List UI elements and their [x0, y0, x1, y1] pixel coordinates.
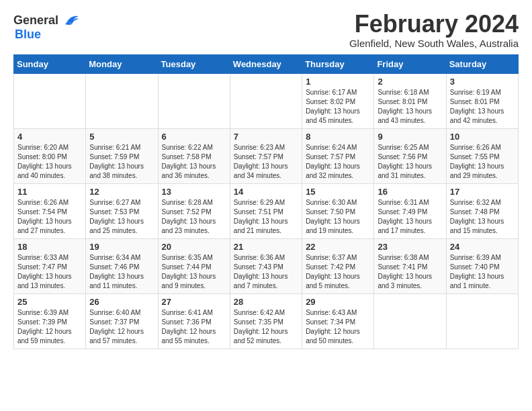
day-info: Sunrise: 6:42 AM Sunset: 7:35 PM Dayligh…	[234, 308, 298, 346]
day-number: 11	[17, 187, 82, 197]
calendar-header-friday: Friday	[374, 54, 446, 73]
day-number: 25	[17, 297, 82, 307]
day-number: 18	[17, 242, 82, 252]
calendar-cell: 23Sunrise: 6:38 AM Sunset: 7:41 PM Dayli…	[374, 238, 446, 293]
day-info: Sunrise: 6:31 AM Sunset: 7:49 PM Dayligh…	[378, 198, 442, 236]
day-number: 28	[234, 297, 298, 307]
calendar-week-row: 18Sunrise: 6:33 AM Sunset: 7:47 PM Dayli…	[14, 238, 519, 293]
day-info: Sunrise: 6:28 AM Sunset: 7:52 PM Dayligh…	[162, 198, 226, 236]
calendar-cell: 8Sunrise: 6:24 AM Sunset: 7:57 PM Daylig…	[302, 128, 374, 183]
calendar-week-row: 4Sunrise: 6:20 AM Sunset: 8:00 PM Daylig…	[14, 128, 519, 183]
calendar-cell: 16Sunrise: 6:31 AM Sunset: 7:49 PM Dayli…	[374, 183, 446, 238]
calendar-cell: 7Sunrise: 6:23 AM Sunset: 7:57 PM Daylig…	[230, 128, 302, 183]
header: General Blue February 2024 Glenfield, Ne…	[13, 11, 519, 49]
day-number: 7	[234, 132, 298, 142]
calendar-cell	[158, 73, 230, 128]
logo-blue-text: Blue	[13, 28, 41, 40]
day-number: 23	[378, 242, 442, 252]
calendar-week-row: 1Sunrise: 6:17 AM Sunset: 8:02 PM Daylig…	[14, 73, 519, 128]
calendar-cell: 13Sunrise: 6:28 AM Sunset: 7:52 PM Dayli…	[158, 183, 230, 238]
day-info: Sunrise: 6:41 AM Sunset: 7:36 PM Dayligh…	[162, 308, 226, 346]
day-info: Sunrise: 6:40 AM Sunset: 7:37 PM Dayligh…	[89, 308, 154, 346]
day-number: 20	[162, 242, 226, 252]
day-number: 16	[378, 187, 442, 197]
calendar-header-sunday: Sunday	[14, 54, 86, 73]
day-number: 3	[450, 77, 515, 87]
calendar-cell: 4Sunrise: 6:20 AM Sunset: 8:00 PM Daylig…	[14, 128, 86, 183]
day-info: Sunrise: 6:20 AM Sunset: 8:00 PM Dayligh…	[17, 143, 82, 181]
calendar-cell: 19Sunrise: 6:34 AM Sunset: 7:46 PM Dayli…	[86, 238, 158, 293]
day-number: 8	[306, 132, 370, 142]
day-info: Sunrise: 6:33 AM Sunset: 7:47 PM Dayligh…	[17, 253, 82, 291]
day-info: Sunrise: 6:43 AM Sunset: 7:34 PM Dayligh…	[306, 308, 370, 346]
logo-bird-icon	[61, 11, 80, 30]
day-info: Sunrise: 6:36 AM Sunset: 7:43 PM Dayligh…	[234, 253, 298, 291]
calendar-cell: 28Sunrise: 6:42 AM Sunset: 7:35 PM Dayli…	[230, 293, 302, 349]
calendar-cell: 9Sunrise: 6:25 AM Sunset: 7:56 PM Daylig…	[374, 128, 446, 183]
day-info: Sunrise: 6:35 AM Sunset: 7:44 PM Dayligh…	[162, 253, 226, 291]
calendar-cell	[86, 73, 158, 128]
title-block: February 2024 Glenfield, New South Wales…	[349, 11, 519, 49]
day-number: 29	[306, 297, 370, 307]
day-info: Sunrise: 6:26 AM Sunset: 7:55 PM Dayligh…	[450, 143, 515, 181]
calendar-cell: 15Sunrise: 6:30 AM Sunset: 7:50 PM Dayli…	[302, 183, 374, 238]
calendar-cell: 11Sunrise: 6:26 AM Sunset: 7:54 PM Dayli…	[14, 183, 86, 238]
calendar-cell: 27Sunrise: 6:41 AM Sunset: 7:36 PM Dayli…	[158, 293, 230, 349]
day-number: 15	[306, 187, 370, 197]
calendar-cell: 14Sunrise: 6:29 AM Sunset: 7:51 PM Dayli…	[230, 183, 302, 238]
calendar-cell	[230, 73, 302, 128]
calendar-cell	[14, 73, 86, 128]
day-info: Sunrise: 6:25 AM Sunset: 7:56 PM Dayligh…	[378, 143, 442, 181]
day-number: 26	[89, 297, 154, 307]
logo: General Blue	[13, 11, 80, 40]
day-info: Sunrise: 6:32 AM Sunset: 7:48 PM Dayligh…	[450, 198, 515, 236]
day-number: 13	[162, 187, 226, 197]
calendar-cell	[446, 293, 518, 349]
day-number: 9	[378, 132, 442, 142]
day-number: 24	[450, 242, 515, 252]
day-number: 14	[234, 187, 298, 197]
day-number: 22	[306, 242, 370, 252]
day-info: Sunrise: 6:17 AM Sunset: 8:02 PM Dayligh…	[306, 88, 370, 126]
day-info: Sunrise: 6:39 AM Sunset: 7:39 PM Dayligh…	[17, 308, 82, 346]
calendar-week-row: 11Sunrise: 6:26 AM Sunset: 7:54 PM Dayli…	[14, 183, 519, 238]
day-info: Sunrise: 6:26 AM Sunset: 7:54 PM Dayligh…	[17, 198, 82, 236]
calendar-header-wednesday: Wednesday	[230, 54, 302, 73]
day-info: Sunrise: 6:23 AM Sunset: 7:57 PM Dayligh…	[234, 143, 298, 181]
calendar-cell: 2Sunrise: 6:18 AM Sunset: 8:01 PM Daylig…	[374, 73, 446, 128]
day-number: 12	[89, 187, 154, 197]
calendar-cell	[374, 293, 446, 349]
day-info: Sunrise: 6:39 AM Sunset: 7:40 PM Dayligh…	[450, 253, 515, 291]
calendar-cell: 17Sunrise: 6:32 AM Sunset: 7:48 PM Dayli…	[446, 183, 518, 238]
calendar-header-monday: Monday	[86, 54, 158, 73]
day-number: 19	[89, 242, 154, 252]
calendar-cell: 25Sunrise: 6:39 AM Sunset: 7:39 PM Dayli…	[14, 293, 86, 349]
day-number: 4	[17, 132, 82, 142]
day-info: Sunrise: 6:27 AM Sunset: 7:53 PM Dayligh…	[89, 198, 154, 236]
day-info: Sunrise: 6:29 AM Sunset: 7:51 PM Dayligh…	[234, 198, 298, 236]
day-info: Sunrise: 6:24 AM Sunset: 7:57 PM Dayligh…	[306, 143, 370, 181]
page-subtitle: Glenfield, New South Wales, Australia	[349, 38, 519, 49]
day-info: Sunrise: 6:22 AM Sunset: 7:58 PM Dayligh…	[162, 143, 226, 181]
calendar-cell: 22Sunrise: 6:37 AM Sunset: 7:42 PM Dayli…	[302, 238, 374, 293]
calendar-week-row: 25Sunrise: 6:39 AM Sunset: 7:39 PM Dayli…	[14, 293, 519, 349]
calendar-header-row: SundayMondayTuesdayWednesdayThursdayFrid…	[14, 54, 519, 73]
day-info: Sunrise: 6:19 AM Sunset: 8:01 PM Dayligh…	[450, 88, 515, 126]
calendar-header-saturday: Saturday	[446, 54, 518, 73]
day-info: Sunrise: 6:21 AM Sunset: 7:59 PM Dayligh…	[89, 143, 154, 181]
calendar-cell: 3Sunrise: 6:19 AM Sunset: 8:01 PM Daylig…	[446, 73, 518, 128]
page-title: February 2024	[349, 11, 519, 38]
calendar-header-tuesday: Tuesday	[158, 54, 230, 73]
calendar-cell: 12Sunrise: 6:27 AM Sunset: 7:53 PM Dayli…	[86, 183, 158, 238]
day-info: Sunrise: 6:30 AM Sunset: 7:50 PM Dayligh…	[306, 198, 370, 236]
calendar-table: SundayMondayTuesdayWednesdayThursdayFrid…	[13, 54, 519, 349]
day-info: Sunrise: 6:37 AM Sunset: 7:42 PM Dayligh…	[306, 253, 370, 291]
day-number: 17	[450, 187, 515, 197]
day-number: 6	[162, 132, 226, 142]
day-number: 10	[450, 132, 515, 142]
calendar-cell: 21Sunrise: 6:36 AM Sunset: 7:43 PM Dayli…	[230, 238, 302, 293]
day-number: 21	[234, 242, 298, 252]
day-info: Sunrise: 6:18 AM Sunset: 8:01 PM Dayligh…	[378, 88, 442, 126]
calendar-cell: 5Sunrise: 6:21 AM Sunset: 7:59 PM Daylig…	[86, 128, 158, 183]
calendar-cell: 10Sunrise: 6:26 AM Sunset: 7:55 PM Dayli…	[446, 128, 518, 183]
